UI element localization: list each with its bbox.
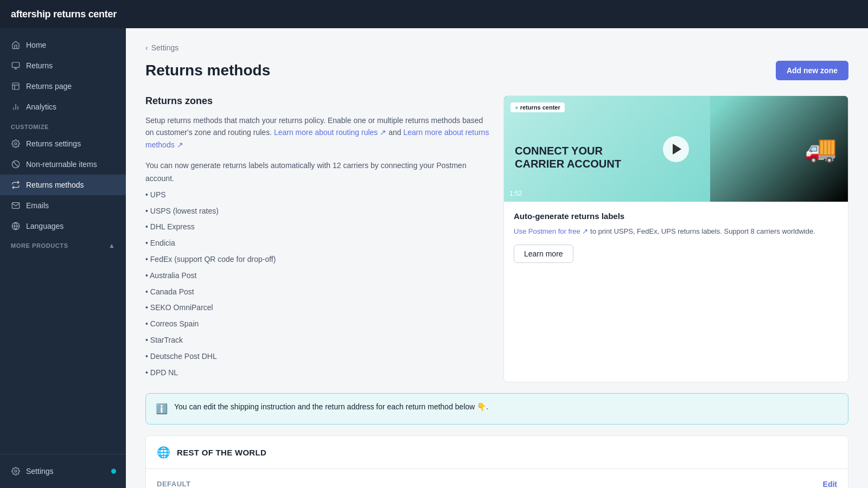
carrier-canada-post: • Canada Post	[145, 286, 490, 299]
breadcrumb-arrow: ‹	[145, 43, 148, 52]
breadcrumb-parent[interactable]: Settings	[151, 43, 179, 52]
returns-zones-description: Setup returns methods that match your re…	[145, 114, 490, 151]
sidebar-item-home-label: Home	[26, 41, 46, 49]
sidebar-item-returns-methods[interactable]: Returns methods	[0, 175, 126, 195]
sidebar-item-emails[interactable]: Emails	[0, 195, 126, 216]
sidebar-item-settings[interactable]: Settings	[0, 461, 126, 481]
carrier-ups: • UPS	[145, 189, 490, 202]
carrier-usps: • USPS (lowest rates)	[145, 205, 490, 218]
zone-name: REST OF THE WORLD	[177, 448, 266, 457]
top-nav: aftership returns center	[0, 0, 868, 28]
emails-icon	[11, 201, 21, 210]
main-content: ‹ Settings Returns methods Add new zone …	[126, 28, 868, 488]
svg-point-14	[15, 470, 17, 472]
more-products-label: MORE PRODUCTS	[11, 242, 68, 249]
use-postmen-link[interactable]: Use Postmen for free ↗	[514, 227, 588, 235]
sidebar-item-analytics[interactable]: Analytics	[0, 97, 126, 117]
video-panel: ● returns center CONNECT YOURCARRIER ACC…	[503, 95, 848, 382]
carrier-australia-post: • Australia Post	[145, 269, 490, 282]
video-info: Auto-generate returns labels Use Postmen…	[504, 202, 848, 273]
info-banner: ℹ️ You can edit the shipping instruction…	[145, 393, 848, 425]
routing-rules-link[interactable]: Learn more about routing rules ↗	[274, 128, 386, 137]
info-banner-text: You can edit the shipping instruction an…	[174, 401, 488, 413]
sidebar-item-returns-settings[interactable]: Returns settings	[0, 133, 126, 154]
returns-icon	[11, 61, 21, 70]
video-duration: 1:52	[509, 190, 522, 197]
sidebar-item-non-returnable[interactable]: Non-returnable items	[0, 154, 126, 175]
chevron-up-icon: ▲	[108, 242, 115, 249]
sidebar-item-emails-label: Emails	[26, 201, 49, 210]
sidebar-bottom: Settings	[0, 454, 126, 488]
returns-zones-panel: Returns zones Setup returns methods that…	[145, 95, 490, 382]
settings-notification-dot	[111, 469, 116, 474]
returns-zones-title: Returns zones	[145, 95, 490, 107]
carriers-list: You can now generate returns labels auto…	[145, 159, 490, 379]
carrier-deutsche-post: • Deutsche Post DHL	[145, 350, 490, 363]
sidebar-item-returns[interactable]: Returns	[0, 55, 126, 76]
sidebar-item-returns-page[interactable]: Returns page	[0, 76, 126, 97]
sidebar-item-non-returnable-label: Non-returnable items	[26, 160, 97, 169]
video-container[interactable]: ● returns center CONNECT YOURCARRIER ACC…	[504, 96, 848, 202]
sidebar-item-returns-label: Returns	[26, 61, 53, 70]
returns-settings-icon	[11, 139, 21, 149]
carrier-dpd-nl: • DPD NL	[145, 367, 490, 380]
globe-icon: 🌐	[157, 446, 170, 459]
zone-default-row: DEFAULT Ship with any carrier of your ch…	[157, 480, 837, 488]
video-logo-badge: ● returns center	[510, 102, 565, 112]
sidebar: Home Returns Returns page	[0, 28, 126, 488]
settings-label: Settings	[26, 467, 54, 476]
carrier-fedex: • FedEx (support QR code for drop-off)	[145, 253, 490, 266]
more-products-section[interactable]: MORE PRODUCTS ▲	[0, 236, 126, 253]
truck-emoji: 🚚	[805, 134, 837, 164]
svg-rect-3	[12, 83, 19, 89]
carrier-seko: • SEKO OmniParcel	[145, 301, 490, 314]
zone-body: DEFAULT Ship with any carrier of your ch…	[146, 469, 848, 488]
auto-generate-title: Auto-generate returns labels	[514, 211, 838, 221]
sidebar-item-languages-label: Languages	[26, 222, 63, 230]
edit-zone-button[interactable]: Edit	[823, 480, 837, 488]
zone-card-rest-of-world: 🌐 REST OF THE WORLD DEFAULT Ship with an…	[145, 435, 848, 488]
breadcrumb: ‹ Settings	[145, 43, 848, 52]
languages-icon	[11, 221, 21, 231]
carrier-dhl: • DHL Express	[145, 221, 490, 234]
info-circle-icon: ℹ️	[156, 402, 168, 416]
svg-rect-0	[12, 62, 19, 67]
home-icon	[11, 40, 21, 50]
sidebar-item-home[interactable]: Home	[0, 35, 126, 55]
add-new-zone-button[interactable]: Add new zone	[776, 61, 848, 80]
carrier-endicia: • Endicia	[145, 237, 490, 250]
carriers-intro: You can now generate returns labels auto…	[145, 159, 490, 185]
zone-header: 🌐 REST OF THE WORLD	[146, 436, 848, 469]
video-play-button[interactable]	[663, 136, 689, 162]
carrier-startrack: • StarTrack	[145, 334, 490, 347]
sidebar-nav: Home Returns Returns page	[0, 28, 126, 454]
returns-page-icon	[11, 81, 21, 91]
brand-logo: aftership returns center	[11, 9, 117, 20]
sidebar-item-returns-methods-label: Returns methods	[26, 181, 84, 189]
zone-default-content: DEFAULT Ship with any carrier of your ch…	[157, 480, 353, 488]
settings-gear-icon	[11, 466, 21, 476]
svg-line-11	[13, 162, 18, 166]
page-header: Returns methods Add new zone	[145, 61, 848, 80]
customize-section-label: CUSTOMIZE	[0, 117, 126, 133]
main-layout: Home Returns Returns page	[0, 28, 868, 488]
non-returnable-icon	[11, 159, 21, 169]
svg-point-9	[15, 143, 17, 145]
carrier-correos: • Correos Spain	[145, 318, 490, 331]
analytics-icon	[11, 102, 21, 112]
learn-more-button[interactable]: Learn more	[514, 245, 573, 263]
sidebar-item-analytics-label: Analytics	[26, 102, 56, 111]
zone-default-label: DEFAULT	[157, 480, 353, 488]
page-title: Returns methods	[145, 62, 270, 79]
sidebar-item-languages[interactable]: Languages	[0, 216, 126, 236]
sidebar-item-returns-settings-label: Returns settings	[26, 139, 81, 148]
returns-methods-icon	[11, 180, 21, 190]
two-column-layout: Returns zones Setup returns methods that…	[145, 95, 848, 382]
sidebar-item-returns-page-label: Returns page	[26, 82, 72, 91]
auto-generate-description: Use Postmen for free ↗ to print USPS, Fe…	[514, 226, 838, 237]
